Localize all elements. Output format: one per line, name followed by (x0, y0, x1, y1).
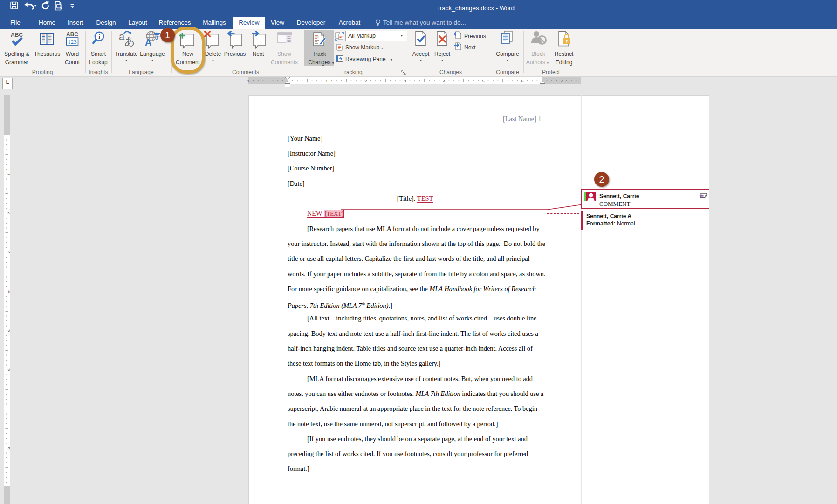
svg-text:123: 123 (68, 38, 77, 45)
svg-text:6: 6 (7, 368, 10, 371)
svg-text:1: 1 (247, 78, 249, 83)
svg-text:あ: あ (124, 35, 135, 47)
svg-text:字: 字 (153, 32, 161, 40)
svg-text:1: 1 (7, 173, 10, 175)
svg-text:7: 7 (560, 78, 563, 83)
svg-text:3: 3 (404, 78, 406, 83)
svg-text:5: 5 (482, 78, 484, 83)
svg-text:2: 2 (7, 212, 10, 214)
svg-text:7: 7 (7, 408, 10, 410)
svg-text:ABC: ABC (66, 31, 78, 38)
svg-text:i: i (98, 33, 100, 40)
svg-text:8: 8 (7, 447, 10, 449)
svg-text:4: 4 (7, 290, 10, 293)
svg-text:4: 4 (443, 78, 445, 83)
svg-text:1: 1 (325, 78, 328, 83)
svg-text:2: 2 (364, 78, 367, 83)
svg-text:5: 5 (7, 329, 10, 332)
svg-text:A: A (145, 37, 151, 48)
svg-text:6: 6 (521, 78, 523, 83)
svg-text:3: 3 (7, 251, 10, 253)
